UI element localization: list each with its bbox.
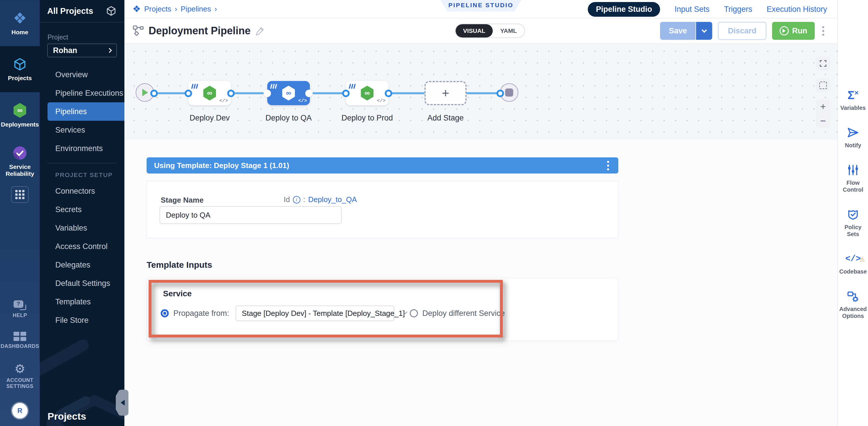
sidebar-item-connectors[interactable]: Connectors bbox=[40, 182, 124, 200]
template-options-menu[interactable] bbox=[606, 159, 611, 172]
sidebar-item-default-settings[interactable]: Default Settings bbox=[40, 274, 124, 292]
project-setup-label: PROJECT SETUP bbox=[40, 171, 124, 178]
stage-node-deploy-dev[interactable]: ∞ </> bbox=[188, 81, 231, 105]
rail-item-projects[interactable]: Projects bbox=[0, 46, 40, 92]
sidebar-item-pipeline-executions[interactable]: Pipeline Executions bbox=[40, 84, 124, 102]
svg-text:∞: ∞ bbox=[207, 89, 212, 97]
sidebar-item-services[interactable]: Services bbox=[40, 121, 124, 139]
stage-node-deploy-to-prod[interactable]: ∞ </> bbox=[346, 81, 389, 105]
rail-item-dashboards[interactable]: DASHBOARDS bbox=[1, 332, 39, 350]
propagate-service-dropdown[interactable]: Stage [Deploy Dev] - Template [Deploy_St… bbox=[236, 306, 394, 321]
pipeline-flow-icon bbox=[132, 25, 144, 37]
tab-execution-history[interactable]: Execution History bbox=[767, 5, 827, 14]
rail-item-account-settings[interactable]: ⚙ ACCOUNT SETTINGS bbox=[4, 363, 36, 390]
sidebar-item-access-control[interactable]: Access Control bbox=[40, 237, 124, 256]
harness-logo-icon: ❖ bbox=[132, 4, 141, 13]
sidebar-item-environments[interactable]: Environments bbox=[40, 139, 124, 158]
edit-pencil-icon[interactable] bbox=[255, 26, 265, 36]
variables-sigma-icon: Σ× bbox=[847, 86, 859, 102]
propagate-service-value: Stage [Deploy Dev] - Template [Deploy_St… bbox=[242, 309, 405, 318]
policy-sets-shield-icon bbox=[847, 208, 859, 221]
tab-input-sets[interactable]: Input Sets bbox=[675, 5, 710, 14]
save-button[interactable]: Save bbox=[660, 22, 696, 40]
svg-text:∞: ∞ bbox=[286, 89, 291, 97]
stage-label: Deploy to QA bbox=[245, 114, 332, 122]
visual-yaml-toggle[interactable]: VISUAL YAML bbox=[455, 24, 525, 38]
fullscreen-icon bbox=[819, 59, 827, 67]
rail-item-label: Projects bbox=[8, 75, 32, 82]
rail-item-label: Home bbox=[11, 29, 28, 36]
stage-label: Deploy to Prod bbox=[324, 114, 410, 122]
toolbar-item-codebase[interactable]: </>⚠ Codebase bbox=[839, 253, 867, 275]
add-stage-button[interactable]: + bbox=[425, 81, 467, 105]
toggle-yaml[interactable]: YAML bbox=[493, 24, 524, 37]
stage-label: Add Stage bbox=[402, 114, 489, 122]
connector-dot bbox=[496, 90, 504, 97]
using-template-banner: Using Template: Deploy Stage 1 (1.01) bbox=[147, 158, 618, 173]
connector-dot bbox=[227, 90, 235, 97]
rail-item-deployments[interactable]: ∞ Deployments bbox=[0, 92, 40, 138]
stop-icon bbox=[505, 88, 513, 96]
rail-item-service-reliability[interactable]: Service Reliability bbox=[0, 138, 40, 184]
notify-send-icon bbox=[847, 126, 859, 139]
sidebar-footer-title: Projects bbox=[48, 411, 86, 422]
toolbar-item-advanced-options[interactable]: Advanced Options bbox=[839, 290, 867, 319]
info-icon[interactable]: i bbox=[293, 196, 300, 203]
zoom-in-button[interactable]: + bbox=[820, 102, 826, 111]
sidebar-item-pipelines[interactable]: Pipelines bbox=[48, 102, 124, 121]
sidebar-item-secrets[interactable]: Secrets bbox=[40, 200, 124, 219]
tab-pipeline-studio[interactable]: Pipeline Studio bbox=[588, 2, 660, 17]
stage-name-card: Stage Name Id i : Deploy_to_QA bbox=[147, 181, 618, 238]
sidebar-item-variables[interactable]: Variables bbox=[40, 219, 124, 237]
stage-id-value[interactable]: Deploy_to_QA bbox=[308, 195, 357, 204]
stage-node-deploy-to-qa[interactable]: ∞ </> bbox=[267, 81, 310, 105]
toolbar-item-variables[interactable]: Σ× Variables bbox=[839, 86, 867, 111]
pipeline-canvas[interactable]: ∞ </> ∞ </> ∞ </> + bbox=[124, 44, 837, 140]
breadcrumb-projects[interactable]: Projects bbox=[144, 5, 172, 13]
toolbar-item-policy-sets[interactable]: Policy Sets bbox=[839, 208, 867, 237]
canvas-select-button[interactable] bbox=[816, 78, 830, 92]
user-avatar[interactable]: R bbox=[12, 403, 28, 419]
sidebar-item-file-store[interactable]: File Store bbox=[40, 311, 124, 330]
template-icon bbox=[127, 3, 134, 8]
canvas-fullscreen-button[interactable] bbox=[816, 56, 830, 70]
project-box-icon[interactable] bbox=[105, 5, 117, 17]
zoom-out-button[interactable]: − bbox=[820, 116, 826, 126]
svg-text:∞: ∞ bbox=[17, 106, 23, 114]
code-icon: </> bbox=[377, 98, 385, 104]
rail-item-home[interactable]: ❖ Home bbox=[0, 0, 40, 46]
module-rail: ❖ Home Projects ∞ Deployments Service Re… bbox=[0, 0, 40, 426]
deploy-different-service-radio[interactable] bbox=[410, 309, 418, 317]
project-selector[interactable]: Rohan bbox=[47, 44, 117, 57]
cd-stage-icon: ∞ bbox=[360, 85, 375, 101]
sidebar-collapse-button[interactable] bbox=[116, 390, 128, 416]
save-menu-button[interactable] bbox=[696, 22, 712, 40]
project-setup-list: Connectors Secrets Variables Access Cont… bbox=[40, 182, 124, 330]
tab-triggers[interactable]: Triggers bbox=[724, 5, 752, 14]
all-projects-label: All Projects bbox=[47, 6, 93, 16]
template-icon bbox=[270, 84, 277, 89]
project-nav-list: Overview Pipeline Executions Pipelines S… bbox=[40, 65, 124, 158]
sidebar-item-delegates[interactable]: Delegates bbox=[40, 256, 124, 274]
connector-dot bbox=[264, 90, 271, 97]
chevron-left-icon bbox=[118, 400, 125, 405]
main-area: ❖ Projects › Pipelines › PIPELINE STUDIO… bbox=[124, 0, 837, 426]
rail-item-help[interactable]: ? HELP bbox=[13, 300, 27, 319]
discard-button[interactable]: Discard bbox=[718, 22, 766, 40]
sidebar-item-overview[interactable]: Overview bbox=[40, 65, 124, 84]
pipeline-options-menu[interactable] bbox=[820, 25, 826, 37]
toggle-visual[interactable]: VISUAL bbox=[456, 24, 493, 37]
run-button[interactable]: Run bbox=[772, 22, 815, 40]
template-inputs-heading: Template Inputs bbox=[147, 260, 837, 270]
breadcrumb-pipelines[interactable]: Pipelines bbox=[181, 5, 211, 13]
code-icon: </> bbox=[219, 98, 228, 104]
stage-name-input[interactable] bbox=[159, 206, 342, 224]
top-bar: ❖ Projects › Pipelines › PIPELINE STUDIO… bbox=[124, 0, 837, 19]
propagate-from-radio[interactable] bbox=[161, 309, 169, 317]
stage-label: Deploy Dev bbox=[166, 114, 253, 122]
toolbar-item-flow-control[interactable]: Flow Control bbox=[839, 164, 867, 193]
page-title: Deployment Pipeline bbox=[149, 25, 251, 37]
toolbar-item-notify[interactable]: Notify bbox=[839, 126, 867, 149]
module-picker-button[interactable] bbox=[11, 186, 29, 203]
sidebar-item-templates[interactable]: Templates bbox=[40, 292, 124, 311]
